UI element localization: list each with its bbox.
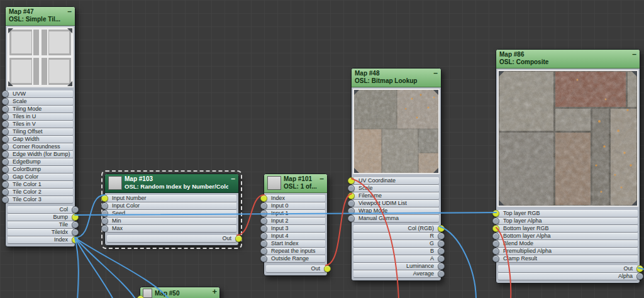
input-port[interactable]: Repeat the inputs bbox=[266, 248, 325, 255]
output-socket[interactable] bbox=[72, 206, 79, 213]
input-port[interactable]: Index bbox=[266, 195, 325, 202]
input-socket[interactable] bbox=[492, 233, 499, 240]
input-port[interactable]: ColorBump bbox=[8, 166, 73, 173]
node-map86-header[interactable]: Map #86 OSL: Composite – bbox=[496, 50, 640, 69]
input-socket[interactable] bbox=[260, 218, 267, 224]
input-socket[interactable] bbox=[2, 174, 9, 180]
wire-map47-index-offscreen-1[interactable] bbox=[75, 238, 79, 298]
input-port[interactable]: Corner Roundness bbox=[8, 143, 73, 150]
output-port[interactable]: Out bbox=[498, 265, 638, 272]
wire-map47-index-offscreen-2[interactable] bbox=[75, 238, 114, 298]
input-port[interactable]: Tiling Mode bbox=[8, 106, 73, 113]
output-socket[interactable] bbox=[324, 265, 331, 272]
output-socket[interactable] bbox=[72, 236, 79, 243]
input-socket[interactable] bbox=[137, 295, 144, 298]
input-socket[interactable] bbox=[2, 113, 9, 120]
input-port[interactable]: Gap Width bbox=[8, 136, 73, 143]
input-port[interactable]: Top layer Alpha bbox=[498, 218, 638, 224]
input-port[interactable]: Viewport UDIM List bbox=[353, 200, 439, 207]
input-port[interactable]: Clamp Result bbox=[498, 255, 638, 262]
output-port[interactable]: Tile bbox=[8, 221, 73, 228]
input-socket[interactable] bbox=[101, 225, 108, 232]
input-socket[interactable] bbox=[2, 181, 9, 188]
input-socket[interactable] bbox=[492, 240, 499, 247]
output-socket[interactable] bbox=[235, 235, 242, 242]
input-port[interactable]: Scale bbox=[8, 98, 73, 105]
input-port[interactable]: Input 3 bbox=[266, 225, 325, 232]
input-socket[interactable] bbox=[492, 248, 499, 255]
output-port[interactable]: B bbox=[353, 248, 439, 255]
node-map103-header[interactable]: Map #103 OSL: Random Index by Number/Col… bbox=[105, 174, 238, 193]
input-socket[interactable] bbox=[260, 195, 267, 202]
output-socket[interactable] bbox=[438, 240, 445, 247]
input-port[interactable]: Premultiplied Alpha bbox=[498, 248, 638, 255]
input-socket[interactable] bbox=[260, 225, 267, 232]
input-port[interactable]: Input 4 bbox=[266, 233, 325, 240]
input-socket[interactable] bbox=[101, 210, 108, 217]
node-map50[interactable]: Map #50 + bbox=[140, 287, 220, 298]
input-socket[interactable] bbox=[2, 136, 9, 143]
input-socket[interactable] bbox=[348, 185, 355, 192]
output-socket[interactable] bbox=[636, 265, 643, 272]
input-port[interactable]: Input 0 bbox=[266, 202, 325, 209]
input-socket[interactable] bbox=[492, 218, 499, 224]
input-socket[interactable] bbox=[348, 200, 355, 207]
input-port[interactable]: Outside Range bbox=[266, 255, 325, 262]
node-map103[interactable]: Map #103 OSL: Random Index by Number/Col… bbox=[104, 174, 239, 246]
input-port[interactable]: Tiling Offset bbox=[8, 128, 73, 135]
output-port[interactable]: Col bbox=[8, 206, 73, 213]
input-port[interactable]: Wrap Mode bbox=[353, 207, 439, 214]
input-socket[interactable] bbox=[2, 106, 9, 113]
input-socket[interactable] bbox=[2, 143, 9, 150]
output-port[interactable]: R bbox=[353, 233, 439, 240]
wire-map48-col-offscreen[interactable] bbox=[440, 226, 476, 298]
input-port[interactable]: EdgeBump bbox=[8, 158, 73, 165]
node-map47-header[interactable]: Map #47 OSL: Simple Til... – bbox=[6, 7, 75, 26]
input-port[interactable]: Tile Color 3 bbox=[8, 196, 73, 203]
input-port[interactable]: Seed bbox=[107, 210, 236, 217]
node-map48-header[interactable]: Map #48 OSL: Bitmap Lookup – bbox=[352, 69, 441, 87]
input-port[interactable]: Blend Mode bbox=[498, 240, 638, 247]
output-port[interactable]: A bbox=[353, 255, 439, 262]
input-socket[interactable] bbox=[101, 195, 108, 202]
input-port[interactable]: UVW bbox=[8, 91, 73, 97]
output-port[interactable]: TileIdx bbox=[8, 229, 73, 236]
minimize-icon[interactable]: – bbox=[231, 175, 235, 182]
input-socket[interactable] bbox=[101, 202, 108, 209]
node-map47-preview[interactable] bbox=[7, 27, 74, 87]
input-socket[interactable] bbox=[2, 151, 9, 158]
output-port[interactable]: G bbox=[353, 240, 439, 247]
output-port[interactable]: Index bbox=[8, 236, 73, 243]
output-socket[interactable] bbox=[438, 270, 445, 277]
output-port[interactable]: Bump bbox=[8, 214, 73, 221]
input-socket[interactable] bbox=[348, 177, 355, 184]
input-port[interactable]: Bottom layer RGB bbox=[498, 225, 638, 232]
node-graph-canvas[interactable]: Map #47 OSL: Simple Til... – bbox=[0, 0, 644, 298]
input-port[interactable]: Tile Color 1 bbox=[8, 181, 73, 188]
minimize-icon[interactable]: – bbox=[632, 51, 636, 57]
node-map101-header[interactable]: Map #101 OSL: 1 of... – bbox=[264, 174, 327, 193]
output-socket[interactable] bbox=[438, 233, 445, 240]
input-port[interactable]: UV Coordinate bbox=[353, 177, 439, 184]
input-socket[interactable] bbox=[260, 248, 267, 255]
output-socket[interactable] bbox=[438, 225, 445, 232]
input-socket[interactable] bbox=[348, 215, 355, 222]
input-socket[interactable] bbox=[260, 202, 267, 209]
output-socket[interactable] bbox=[438, 263, 445, 270]
output-port[interactable]: Alpha bbox=[498, 273, 638, 280]
output-socket[interactable] bbox=[438, 248, 445, 255]
expand-icon[interactable]: + bbox=[212, 289, 217, 295]
input-socket[interactable] bbox=[2, 158, 9, 165]
input-socket[interactable] bbox=[492, 225, 499, 232]
input-port[interactable]: Manual Gamma bbox=[353, 215, 439, 222]
input-socket[interactable] bbox=[260, 240, 267, 247]
node-map48-preview[interactable] bbox=[353, 89, 440, 174]
node-map101[interactable]: Map #101 OSL: 1 of... – Index Input 0 In… bbox=[264, 174, 328, 276]
node-map48[interactable]: Map #48 OSL: Bitmap Lookup – bbox=[351, 68, 441, 281]
wire-map47-index-to-map103-input-number[interactable] bbox=[75, 195, 105, 238]
input-port[interactable]: Start Index bbox=[266, 240, 325, 247]
input-socket[interactable] bbox=[2, 128, 9, 135]
input-socket[interactable] bbox=[348, 192, 355, 199]
input-socket[interactable] bbox=[260, 210, 267, 217]
input-socket[interactable] bbox=[2, 166, 9, 173]
